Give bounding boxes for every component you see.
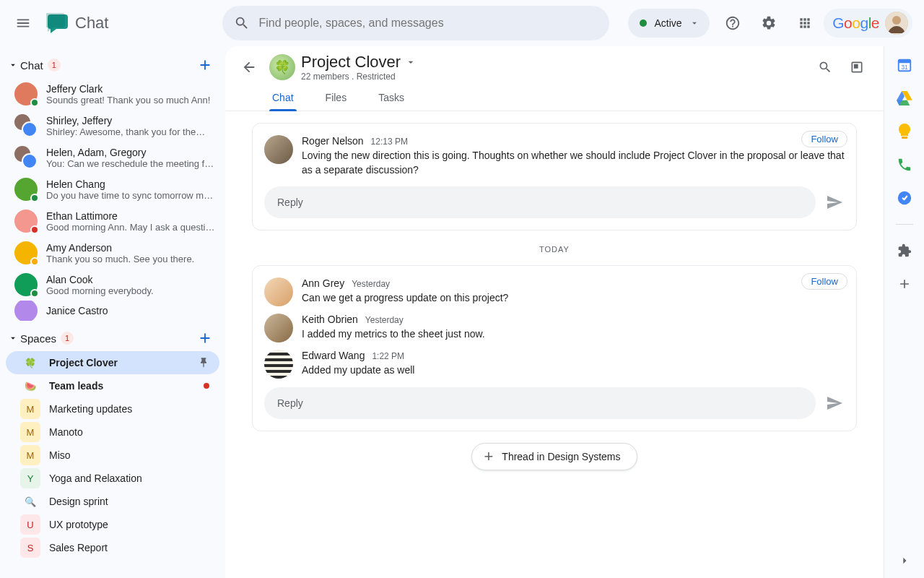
sender-avatar[interactable] <box>264 135 293 164</box>
space-item[interactable]: 🔍Design sprint <box>6 490 219 513</box>
drive-app-icon[interactable] <box>896 90 913 107</box>
help-icon[interactable] <box>715 6 750 40</box>
space-item[interactable]: SSales Report <box>6 536 219 559</box>
phone-app-icon[interactable] <box>896 156 913 173</box>
space-avatar[interactable]: 🍀 <box>269 54 295 80</box>
main-menu-icon[interactable] <box>6 6 40 40</box>
dm-item[interactable]: Helen ChangDo you have time to sync tomo… <box>0 173 225 205</box>
search-input[interactable] <box>258 17 606 30</box>
open-in-new-window-icon[interactable] <box>842 53 871 82</box>
search-icon[interactable] <box>225 7 258 40</box>
message: Keith Obrien Yesterday I added my metric… <box>264 314 845 342</box>
dm-avatar <box>14 178 38 201</box>
message: Roger Nelson 12:13 PM Loving the new dir… <box>264 135 845 178</box>
new-thread-button[interactable]: + Thread in Design Systems <box>471 443 637 470</box>
svg-text:31: 31 <box>901 64 908 71</box>
settings-icon[interactable] <box>751 6 786 40</box>
dm-preview: You: Can we reschedule the meeting for… <box>46 158 217 169</box>
chat-section-header[interactable]: Chat 1 <box>0 52 225 78</box>
send-icon[interactable] <box>824 192 845 212</box>
meet-section-header[interactable]: Meet <box>0 569 225 578</box>
dm-name: Helen Chang <box>46 178 217 190</box>
tab-tasks[interactable]: Tasks <box>375 87 407 111</box>
dm-item[interactable]: Ethan LattimoreGood morning Ann. May I a… <box>0 205 225 237</box>
app-logo[interactable]: Chat <box>43 13 108 33</box>
dm-item[interactable]: Helen, Adam, GregoryYou: Can we reschedu… <box>0 142 225 173</box>
google-logo: Google <box>831 14 881 32</box>
calendar-app-icon[interactable]: 31 <box>896 56 913 74</box>
space-label: Sales Report <box>49 542 108 553</box>
spaces-unread-badge: 1 <box>61 332 74 345</box>
chat-unread-badge: 1 <box>48 59 61 72</box>
space-title[interactable]: Project Clover <box>301 53 401 72</box>
new-chat-button[interactable] <box>193 53 217 77</box>
message-sender: Edward Wang <box>302 350 365 361</box>
message: Edward Wang 1:22 PM Added my update as w… <box>264 350 845 379</box>
space-item[interactable]: MManoto <box>6 420 219 444</box>
keep-app-icon[interactable] <box>896 123 913 140</box>
sender-avatar[interactable] <box>264 277 293 306</box>
get-addons-icon[interactable] <box>896 275 913 293</box>
dm-avatar <box>14 273 38 296</box>
svg-rect-5 <box>902 137 907 139</box>
message-time: Yesterday <box>352 279 390 289</box>
dm-item[interactable]: Amy AndersonThank you so much. See you t… <box>0 237 225 269</box>
pin-icon <box>198 357 209 368</box>
reply-input[interactable]: Reply <box>264 186 816 218</box>
new-space-button[interactable] <box>193 327 217 350</box>
presence-dot-icon <box>640 20 647 27</box>
dm-item[interactable]: Janice Castro <box>0 301 225 321</box>
space-icon: Y <box>20 468 40 488</box>
message-text: Added my update as well <box>302 363 845 377</box>
svg-rect-3 <box>898 60 910 64</box>
follow-button[interactable]: Follow <box>801 273 847 290</box>
account-switcher[interactable]: Google <box>824 9 912 38</box>
apps-grid-icon[interactable] <box>788 6 822 40</box>
search-in-space-icon[interactable] <box>811 53 840 82</box>
space-item[interactable]: YYoga and Relaxation <box>6 467 219 490</box>
space-label: Miso <box>49 449 71 461</box>
dm-item[interactable]: Jeffery ClarkSounds great! Thank you so … <box>0 78 225 110</box>
space-item[interactable]: UUX prototype <box>6 513 219 536</box>
space-item[interactable]: MMarketing updates <box>6 397 219 420</box>
space-item[interactable]: MMiso <box>6 444 219 467</box>
collapse-panel-icon[interactable] <box>896 552 913 569</box>
space-item[interactable]: 🍉Team leads <box>6 374 219 397</box>
reply-input[interactable]: Reply <box>264 387 816 419</box>
addons-icon[interactable] <box>896 242 913 259</box>
space-subtitle: 22 members . Restricted <box>301 72 417 82</box>
space-icon: S <box>20 538 40 558</box>
side-panel-rail: 31 <box>884 46 924 578</box>
back-button[interactable] <box>235 53 263 82</box>
tasks-app-icon[interactable] <box>896 189 913 207</box>
dm-avatar <box>14 82 38 105</box>
spaces-section-header[interactable]: Spaces 1 <box>0 325 225 351</box>
space-label: Team leads <box>49 380 103 392</box>
search-bar[interactable] <box>222 6 609 40</box>
follow-button[interactable]: Follow <box>801 131 847 147</box>
tab-chat[interactable]: Chat <box>269 87 297 111</box>
unread-dot-icon <box>204 383 209 389</box>
message-sender: Ann Grey <box>302 277 344 289</box>
dm-name: Janice Castro <box>46 305 108 316</box>
message-sender: Roger Nelson <box>302 135 364 147</box>
tab-files[interactable]: Files <box>323 87 350 111</box>
sender-avatar[interactable] <box>264 314 293 342</box>
dm-name: Amy Anderson <box>46 242 194 254</box>
sender-avatar[interactable] <box>264 350 293 379</box>
send-icon[interactable] <box>824 393 845 413</box>
dm-name: Jeffery Clark <box>46 83 210 95</box>
account-avatar[interactable] <box>885 12 908 35</box>
dm-preview: Sounds great! Thank you so much Ann! <box>46 95 210 105</box>
dm-item[interactable]: Shirley, JefferyShirley: Awesome, thank … <box>0 110 225 142</box>
space-label: Project Clover <box>49 357 118 368</box>
chevron-down-icon <box>689 18 699 28</box>
space-item[interactable]: 🍀Project Clover <box>6 351 219 374</box>
dm-avatar <box>14 301 38 321</box>
chevron-down-icon[interactable] <box>405 56 417 68</box>
dm-item[interactable]: Alan CookGood morning everybody. <box>0 269 225 301</box>
status-chip[interactable]: Active <box>628 9 709 38</box>
caret-down-icon <box>7 332 19 344</box>
product-name: Chat <box>75 14 108 33</box>
left-sidebar: Chat 1 Jeffery ClarkSounds great! Thank … <box>0 46 225 578</box>
